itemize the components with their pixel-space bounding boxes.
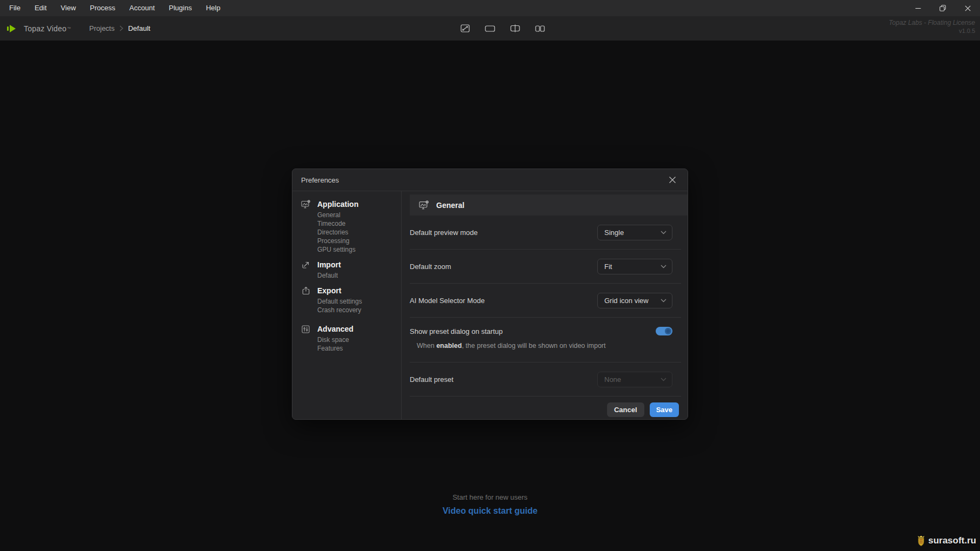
menu-help[interactable]: Help (199, 0, 228, 16)
topaz-logo-icon (7, 24, 19, 33)
sidebar-item-disk-space[interactable]: Disk space (317, 335, 401, 344)
breadcrumb: Projects Default (89, 24, 150, 32)
chevron-down-icon (661, 231, 666, 234)
sidebar-section-label: Export (317, 286, 341, 295)
sidebar-items: General Timecode Directories Processing … (317, 211, 401, 254)
split-view-icon[interactable] (509, 22, 521, 36)
save-button[interactable]: Save (650, 402, 679, 417)
row-default-preview-mode: Default preview mode Single (410, 216, 688, 249)
menu-bar: File Edit View Process Account Plugins H… (0, 0, 980, 16)
single-fullscreen-icon[interactable] (459, 22, 471, 36)
single-view-icon[interactable] (484, 22, 496, 36)
sidebar-section-export[interactable]: Export (301, 285, 401, 297)
sidebar-item-features[interactable]: Features (317, 344, 401, 353)
trademark-mark: ™ (67, 26, 71, 30)
close-icon (965, 5, 971, 11)
sidebar-item-crash-recovery[interactable]: Crash recovery (317, 306, 401, 314)
sidebar-item-default-settings[interactable]: Default settings (317, 297, 401, 306)
sidebar-section-import[interactable]: Import (301, 259, 401, 271)
app-version: v1.0.5 (889, 28, 975, 34)
sidebar-section-label: Advanced (317, 325, 354, 333)
app-logo: Topaz Video ™ (0, 24, 71, 33)
setting-label: Show preset dialog on startup (410, 327, 503, 335)
sidebar-section-label: Import (317, 260, 341, 269)
ai-model-selector-mode-dropdown[interactable]: Grid icon view (597, 293, 672, 308)
setting-label: Default preview mode (410, 229, 478, 237)
row-show-preset-dialog: Show preset dialog on startup When enabl… (410, 318, 688, 362)
crest-icon (916, 535, 926, 547)
content-section-header: General (410, 194, 688, 216)
app-header-bar: Topaz Video ™ Projects Default (0, 16, 980, 41)
app-name: Topaz Video (24, 24, 66, 33)
dropdown-value: Single (604, 229, 624, 237)
menu-file[interactable]: File (2, 0, 28, 16)
row-default-preset: Default preset None (410, 362, 688, 396)
sidebar-section: Advanced Disk space Features (301, 323, 401, 353)
menu-view[interactable]: View (54, 0, 83, 16)
maximize-button[interactable] (930, 0, 955, 16)
monitor-gear-icon (301, 200, 310, 209)
export-icon (301, 286, 310, 295)
sidebar-item-directories[interactable]: Directories (317, 228, 401, 237)
sidebar-item-general[interactable]: General (317, 211, 401, 219)
menu-items: File Edit View Process Account Plugins H… (0, 0, 228, 16)
breadcrumb-default[interactable]: Default (128, 24, 150, 32)
sidebar-section-application[interactable]: Application (301, 198, 401, 210)
row-ai-model-selector-mode: AI Model Selector Mode Grid icon view (410, 284, 688, 317)
watermark-text: surasoft.ru (928, 535, 976, 546)
sliders-box-icon (301, 325, 310, 333)
quick-start-guide-link[interactable]: Video quick start guide (0, 506, 980, 516)
content-section-title: General (436, 201, 464, 210)
chevron-down-icon (661, 265, 666, 268)
preferences-content: General Default preview mode Single Defa… (402, 191, 688, 419)
note-prefix: When (417, 342, 436, 350)
license-name: Topaz Labs - Floating License (889, 19, 975, 26)
sidebar-items: Default settings Crash recovery (317, 297, 401, 314)
dialog-title-bar: Preferences (292, 169, 688, 191)
default-preset-dropdown[interactable]: None (597, 372, 672, 387)
note-suffix: , the preset dialog will be shown on vid… (462, 342, 605, 350)
sidebar-section: Import Default (301, 259, 401, 280)
row-default-zoom: Default zoom Fit (410, 250, 688, 283)
license-info: Topaz Labs - Floating License v1.0.5 (889, 19, 975, 34)
preferences-dialog: Preferences (292, 169, 688, 420)
minimize-button[interactable] (905, 0, 930, 16)
import-icon (301, 261, 310, 269)
sidebar-items: Disk space Features (317, 335, 401, 353)
dialog-title: Preferences (301, 176, 339, 184)
setting-label: Default zoom (410, 263, 451, 271)
chevron-down-icon (661, 299, 666, 303)
chevron-right-icon (119, 25, 123, 31)
default-preview-mode-dropdown[interactable]: Single (597, 225, 672, 240)
side-by-side-view-icon[interactable] (534, 22, 546, 36)
setting-label: Default preset (410, 375, 454, 384)
show-preset-dialog-toggle[interactable] (656, 327, 672, 335)
menu-account[interactable]: Account (122, 0, 162, 16)
sidebar-item-import-default[interactable]: Default (317, 271, 401, 280)
watermark: surasoft.ru (916, 535, 976, 547)
sidebar-section-advanced[interactable]: Advanced (301, 323, 401, 335)
default-zoom-dropdown[interactable]: Fit (597, 259, 672, 274)
sidebar-section: Export Default settings Crash recovery (301, 285, 401, 314)
breadcrumb-projects[interactable]: Projects (89, 24, 115, 32)
preview-layout-toolbar (459, 16, 546, 41)
sidebar-item-timecode[interactable]: Timecode (317, 219, 401, 228)
window-controls (905, 0, 980, 16)
monitor-gear-icon (419, 200, 429, 210)
dialog-footer: Cancel Save (410, 397, 688, 422)
dropdown-value: None (604, 375, 621, 384)
sidebar-section: Application General Timecode Directories… (301, 198, 401, 254)
cancel-button[interactable]: Cancel (607, 402, 644, 417)
close-button[interactable] (955, 0, 980, 16)
dialog-body: Application General Timecode Directories… (292, 191, 688, 419)
minimize-icon (915, 5, 921, 11)
setting-row-main: Show preset dialog on startup (410, 327, 672, 335)
preferences-sidebar: Application General Timecode Directories… (292, 191, 402, 419)
sidebar-item-gpu-settings[interactable]: GPU settings (317, 245, 401, 254)
dialog-close-button[interactable] (666, 173, 679, 186)
menu-edit[interactable]: Edit (28, 0, 54, 16)
sidebar-item-processing[interactable]: Processing (317, 237, 401, 245)
menu-process[interactable]: Process (83, 0, 122, 16)
menu-plugins[interactable]: Plugins (162, 0, 199, 16)
new-user-hint: Start here for new users (0, 493, 980, 501)
